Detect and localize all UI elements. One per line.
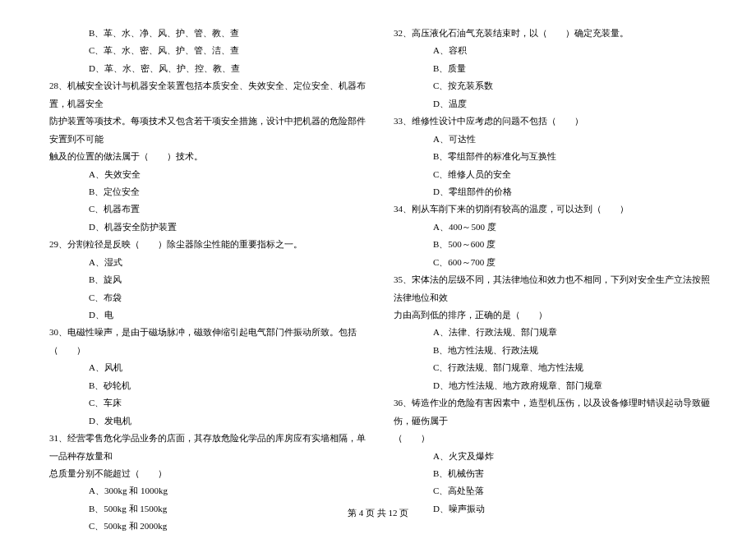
q29-text: 29、分割粒径是反映（ ）除尘器除尘性能的重要指标之一。	[49, 236, 371, 253]
q36-line1: 36、铸造作业的危险有害因素中，造型机压伤，以及设备修理时错误起动导致砸伤，砸伤…	[394, 394, 715, 430]
q32-option-a: A、容积	[394, 42, 715, 59]
q36-option-c: C、高处坠落	[394, 482, 715, 499]
q28-option-a: A、失效安全	[49, 166, 371, 183]
q35-option-a: A、法律、行政法规、部门规章	[394, 324, 715, 341]
q34-option-b: B、500～600 度	[394, 236, 715, 253]
q35-option-d: D、地方性法规、地方政府规章、部门规章	[394, 377, 715, 394]
q32-option-b: B、质量	[394, 60, 715, 77]
q35-line1: 35、宋体法的层级不同，其法律地位和效力也不相同，下列对安全生产立法按照法律地位…	[394, 271, 715, 306]
q30-option-a: A、风机	[49, 359, 371, 376]
q36-line2: （ ）	[394, 430, 715, 447]
left-column: B、革、水、净、风、护、管、教、查 C、革、水、密、风、护、管、洁、查 D、革、…	[49, 25, 371, 534]
q28-line2: 防护装置等项技术。每项技术又包含若干项安全措施，设计中把机器的危险部件安置到不可…	[49, 113, 371, 148]
right-column: 32、高压液化石油气充装结束时，以（ ）确定充装量。 A、容积 B、质量 C、按…	[394, 25, 715, 534]
q28-option-c: C、机器布置	[49, 200, 371, 218]
q27-option-b: B、革、水、净、风、护、管、教、查	[49, 25, 371, 42]
q35-line2: 力由高到低的排序，正确的是（ ）	[394, 306, 715, 324]
page-content: B、革、水、净、风、护、管、教、查 C、革、水、密、风、护、管、洁、查 D、革、…	[0, 0, 756, 534]
q28-option-b: B、定位安全	[49, 183, 371, 200]
page-footer: 第 4 页 共 12 页	[0, 507, 756, 519]
q29-option-d: D、电	[49, 306, 371, 324]
q33-option-d: D、零组部件的价格	[394, 183, 715, 200]
q31-option-c: C、500kg 和 2000kg	[49, 518, 371, 534]
q32-text: 32、高压液化石油气充装结束时，以（ ）确定充装量。	[394, 25, 715, 42]
q30-text: 30、电磁性噪声，是由于磁场脉冲，磁致伸缩引起电气部门件振动所致。包括（ ）	[49, 324, 371, 359]
q31-line2: 总质量分别不能超过（ ）	[49, 465, 371, 482]
q31-line1: 31、经营零售危化学品业务的店面，其存放危险化学品的库房应有实墙相隔，单一品种存…	[49, 430, 371, 465]
q34-option-a: A、400～500 度	[394, 219, 715, 236]
q29-option-c: C、布袋	[49, 289, 371, 306]
q36-option-b: B、机械伤害	[394, 465, 715, 482]
q31-option-a: A、300kg 和 1000kg	[49, 482, 371, 499]
q30-option-c: C、车床	[49, 394, 371, 412]
q30-option-d: D、发电机	[49, 412, 371, 430]
q28-line1: 28、机械安全设计与机器安全装置包括本质安全、失效安全、定位安全、机器布置，机器…	[49, 77, 371, 113]
q35-option-c: C、行政法规、部门规章、地方性法规	[394, 359, 715, 376]
q29-option-a: A、湿式	[49, 254, 371, 271]
q33-option-c: C、维修人员的安全	[394, 166, 715, 183]
q33-option-a: A、可达性	[394, 131, 715, 148]
q27-option-d: D、革、水、密、风、护、控、教、查	[49, 60, 371, 77]
q35-option-b: B、地方性法规、行政法规	[394, 342, 715, 359]
q29-option-b: B、旋风	[49, 271, 371, 288]
q33-text: 33、维修性设计中应考虑的问题不包括（ ）	[394, 113, 715, 130]
q27-option-c: C、革、水、密、风、护、管、洁、查	[49, 42, 371, 59]
q34-option-c: C、600～700 度	[394, 254, 715, 271]
q33-option-b: B、零组部件的标准化与互换性	[394, 148, 715, 165]
q36-option-a: A、火灾及爆炸	[394, 448, 715, 465]
q28-option-d: D、机器安全防护装置	[49, 219, 371, 236]
q32-option-d: D、温度	[394, 95, 715, 113]
q30-option-b: B、砂轮机	[49, 377, 371, 394]
q32-option-c: C、按充装系数	[394, 77, 715, 94]
q34-text: 34、刚从车削下来的切削有较高的温度，可以达到（ ）	[394, 200, 715, 218]
q28-line3: 触及的位置的做法属于（ ）技术。	[49, 148, 371, 165]
